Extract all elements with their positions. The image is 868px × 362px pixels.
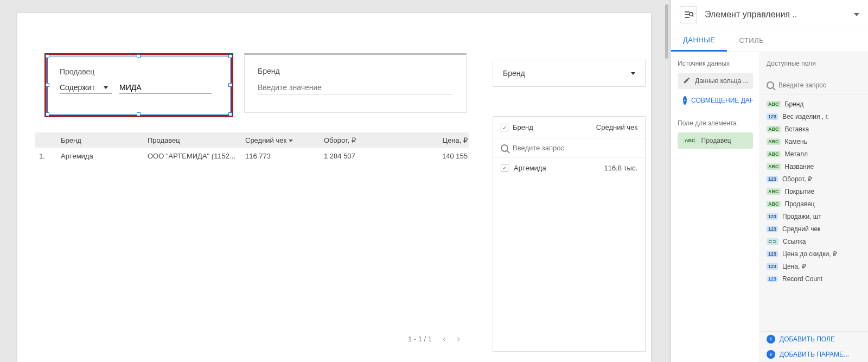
col-avg[interactable]: Средний чек	[245, 136, 324, 144]
next-page-button[interactable]: ›	[457, 333, 460, 345]
field-name: Металл	[785, 150, 808, 158]
field-name: Средний чек	[782, 225, 820, 233]
available-field-row[interactable]: ABCПродавец	[760, 198, 868, 210]
tab-style[interactable]: СТИЛЬ	[727, 29, 776, 52]
plus-icon: +	[683, 96, 687, 105]
table-header: Бренд Продавец Средний чек Оборот, ₽ Цен…	[35, 132, 469, 148]
operator-select[interactable]: Содержит	[60, 81, 112, 94]
type-abc-icon: ABC	[767, 151, 781, 157]
available-field-row[interactable]: 123Продажи, шт	[760, 210, 868, 223]
cell-price: 140 155	[411, 152, 468, 160]
cell-turnover: 1 284 507	[324, 152, 411, 160]
section-control-field: Поле для элемента	[678, 119, 753, 127]
filter-value-input[interactable]	[258, 81, 453, 94]
cell-avg: 116 773	[245, 152, 324, 160]
control-type-icon	[680, 6, 697, 23]
available-field-row[interactable]: 123Record Count	[760, 272, 868, 285]
chevron-down-icon	[631, 72, 635, 75]
fields-search-input[interactable]	[778, 81, 861, 89]
type-abc-icon: ABC	[767, 163, 781, 170]
table-row[interactable]: 1. Артемида ООО "АРТЕМИДА" (1152... 116 …	[35, 148, 469, 164]
filter-value-input[interactable]	[119, 81, 212, 94]
resize-handle[interactable]	[137, 54, 141, 58]
type-link-icon: ⊂⊃	[767, 238, 778, 245]
field-name: Продажи, шт	[782, 213, 821, 220]
field-name: Покрытие	[785, 188, 815, 195]
field-name: Record Count	[782, 275, 822, 283]
type-number-icon: 123	[767, 213, 778, 220]
col-turnover[interactable]: Оборот, ₽	[324, 136, 411, 144]
scrollbar[interactable]	[665, 4, 668, 59]
cell-brand: Артемида	[61, 152, 148, 160]
tab-data[interactable]: ДАННЫЕ	[671, 29, 727, 52]
available-field-row[interactable]: ABCВставка	[760, 123, 868, 135]
resize-handle[interactable]	[46, 112, 49, 116]
filter-label: Бренд	[258, 67, 280, 75]
available-field-row[interactable]: 123Цена до скидки, ₽	[760, 247, 868, 260]
type-number-icon: 123	[767, 251, 778, 257]
resize-handle[interactable]	[228, 54, 232, 58]
plus-icon: +	[767, 350, 775, 359]
brand-name: Артемида	[514, 164, 604, 172]
col-price[interactable]: Цена, ₽	[411, 136, 468, 144]
available-field-row[interactable]: ABCКамень	[760, 135, 868, 148]
section-data-source: Источник данных	[678, 60, 753, 67]
field-name: Камень	[785, 138, 807, 145]
data-source-name: Данные кольца ...	[695, 77, 749, 85]
field-name: Продавец	[701, 137, 731, 144]
add-field-button[interactable]: +ДОБАВИТЬ ПОЛЕ	[760, 332, 868, 347]
available-field-row[interactable]: ⊂⊃Ссылка	[760, 235, 868, 247]
data-source-chip[interactable]: Данные кольца ...	[678, 73, 753, 89]
checkbox-all-icon[interactable]: ✓	[501, 124, 508, 131]
search-icon	[767, 81, 774, 89]
field-name: Название	[785, 163, 814, 170]
type-number-icon: 123	[767, 176, 778, 182]
prev-page-button[interactable]: ‹	[443, 333, 446, 345]
type-number-icon: 123	[767, 226, 778, 232]
svg-line-4	[693, 15, 694, 16]
type-number-icon: 123	[767, 263, 778, 270]
expand-chevron-icon[interactable]	[854, 13, 859, 16]
field-name: Продавец	[785, 200, 815, 208]
available-field-row[interactable]: 123Вес изделия , г.	[760, 110, 868, 123]
available-field-row[interactable]: ABCНазвание	[760, 160, 868, 173]
brand-dropdown-control[interactable]: Бренд	[493, 60, 646, 87]
field-name: Цена, ₽	[782, 263, 806, 270]
col-avg[interactable]: Средний чек	[596, 123, 637, 131]
search-icon	[501, 144, 508, 152]
available-field-row[interactable]: 123Оборот, ₽	[760, 173, 868, 185]
available-field-row[interactable]: ABCМеталл	[760, 148, 868, 160]
available-field-row[interactable]: ABCПокрытие	[760, 185, 868, 198]
col-seller[interactable]: Продавец	[148, 136, 245, 144]
blend-data-button[interactable]: + СОВМЕЩЕНИЕ ДАНН ?	[678, 92, 753, 109]
resize-handle[interactable]	[228, 112, 232, 116]
field-name: Вставка	[785, 125, 809, 133]
type-abc-icon: ABC	[767, 188, 781, 195]
data-table[interactable]: Бренд Продавец Средний чек Оборот, ₽ Цен…	[35, 132, 469, 164]
brand-filter-list[interactable]: ✓ Бренд Средний чек ✓ Артемида 116,8 тыс…	[493, 116, 646, 352]
resize-handle[interactable]	[137, 112, 141, 116]
type-abc-icon: ABC	[767, 126, 781, 132]
brand-search-input[interactable]	[513, 144, 637, 152]
brand-list-item[interactable]: ✓ Артемида 116,8 тыс.	[493, 158, 645, 177]
type-number-icon: 123	[767, 113, 778, 120]
resize-handle[interactable]	[46, 83, 49, 87]
type-abc-icon: ABC	[767, 138, 781, 145]
col-brand[interactable]: Бренд	[61, 136, 148, 144]
resize-handle[interactable]	[228, 83, 232, 87]
col-brand[interactable]: Бренд	[513, 123, 596, 131]
available-field-row[interactable]: 123Средний чек	[760, 223, 868, 235]
field-name: Вес изделия , г.	[782, 113, 829, 120]
available-field-row[interactable]: ABCБренд	[760, 98, 868, 110]
type-abc-icon: ABC	[767, 101, 781, 107]
add-parameter-button[interactable]: +ДОБАВИТЬ ПАРАМЕ...	[760, 347, 868, 362]
control-field-chip[interactable]: ABC Продавец	[678, 132, 753, 149]
filter-control-brand[interactable]: Бренд	[244, 53, 467, 113]
properties-panel: Элемент управления .. ДАННЫЕ СТИЛЬ Источ…	[671, 0, 868, 362]
filter-control-seller-selected[interactable]: Продавец Содержит	[44, 53, 233, 117]
sort-desc-icon	[289, 139, 293, 142]
resize-handle[interactable]	[46, 54, 49, 58]
available-field-row[interactable]: 123Цена, ₽	[760, 260, 868, 272]
report-canvas[interactable]: Продавец Содержит Бренд Бренд Бренд Прод…	[17, 13, 651, 362]
checkbox-icon[interactable]: ✓	[501, 164, 508, 172]
